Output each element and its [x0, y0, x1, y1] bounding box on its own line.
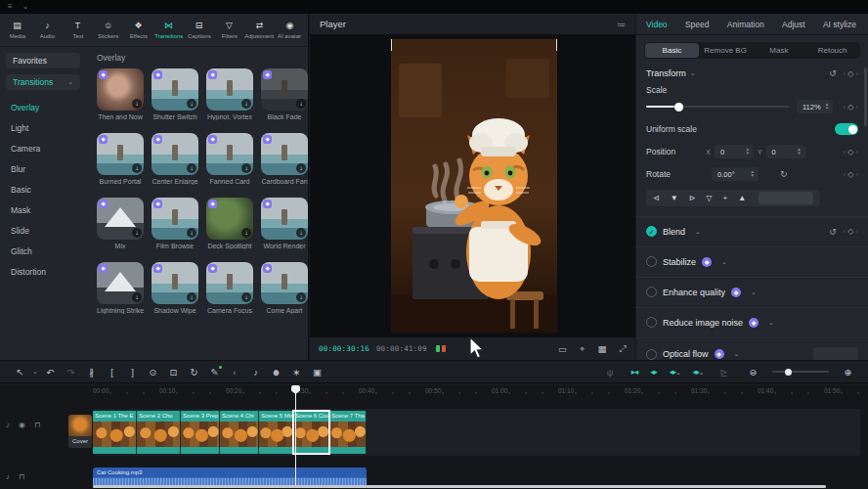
rotate-field[interactable]: 0.00° ▲▼ [712, 167, 759, 181]
menu-icon[interactable]: ≡ [8, 0, 13, 14]
transition-item[interactable]: ◆↓Camera Focus [206, 262, 253, 314]
horizontal-scrollbar[interactable] [93, 485, 826, 488]
split-icon[interactable]: ∦ [81, 367, 102, 378]
sidebar-item-slide[interactable]: Slide [0, 221, 86, 242]
checkbox-optical-flow[interactable] [646, 349, 657, 360]
rotate-clip-icon[interactable]: ↻ [184, 367, 204, 378]
transition-thumbnail[interactable]: ◆↓ [206, 133, 253, 175]
transition-item[interactable]: ◆↓Fanned Card [206, 133, 253, 185]
hide-track-icon[interactable]: ◉ [19, 421, 25, 429]
download-icon[interactable]: ↓ [132, 228, 142, 238]
download-icon[interactable]: ↓ [296, 163, 306, 173]
timeline-clip[interactable]: Scene 3 Prep [181, 411, 220, 454]
rotate-dial-icon[interactable]: ↻ [780, 169, 788, 179]
download-icon[interactable]: ↓ [241, 228, 251, 238]
transition-thumbnail[interactable]: ◆↓ [206, 262, 253, 304]
blend-keyframe-icon[interactable]: ‹ ◇ › [844, 227, 858, 236]
subtab-mask[interactable]: Mask [753, 43, 806, 58]
download-icon[interactable]: ↓ [132, 163, 142, 173]
mirror-icon[interactable]: ⊳ [689, 194, 696, 202]
undo-icon[interactable]: ↶ [40, 367, 61, 378]
download-icon[interactable]: ↓ [132, 292, 142, 302]
transition-item[interactable]: ◆↓Film Browse [152, 198, 198, 249]
ratio-icon[interactable]: ▭ [558, 343, 567, 355]
player-menu-icon[interactable]: ≔ [617, 20, 626, 29]
transition-thumbnail[interactable]: ◆↓ [152, 68, 198, 111]
download-icon[interactable]: ↓ [187, 163, 196, 173]
download-icon[interactable]: ↓ [241, 292, 251, 302]
download-icon[interactable]: ↓ [132, 99, 142, 109]
sidebar-item-camera[interactable]: Camera [0, 139, 86, 159]
sidebar-item-blur[interactable]: Blur [0, 159, 86, 180]
position-y-stepper[interactable]: ▲▼ [797, 148, 801, 156]
rotate-stepper[interactable]: ▲▼ [751, 170, 755, 178]
transition-thumbnail[interactable]: ◆↓ [97, 133, 144, 175]
transition-item[interactable]: ◆↓Burned Portal [97, 133, 144, 185]
link-clips-icon[interactable]: ◂▸ [648, 367, 659, 377]
favorites-button[interactable]: Favorites [6, 53, 80, 68]
tab-adjust[interactable]: Adjust [782, 20, 805, 29]
optical-flow-action-button[interactable] [813, 347, 858, 360]
position-y-field[interactable]: 0 ▲▼ [766, 145, 805, 158]
mute-track-icon[interactable]: ♪ [6, 421, 10, 429]
blend-checkbox[interactable]: ✓ [646, 226, 657, 237]
media-tab-text[interactable]: TText [63, 21, 93, 39]
zoom-out-icon[interactable]: ⊖ [743, 367, 763, 378]
media-tab-effects[interactable]: ❖Effects [123, 21, 153, 39]
transition-thumbnail[interactable]: ◆↓ [152, 262, 198, 304]
timeline-clip[interactable]: Scene 7 Tha [329, 411, 367, 454]
keyframe-pen-icon[interactable]: ✎ [204, 367, 225, 378]
position-x-stepper[interactable]: ▲▼ [745, 148, 749, 156]
sidebar-item-mask[interactable]: Mask [0, 200, 86, 221]
transition-item[interactable]: ◆↓Come Apart [261, 262, 308, 314]
record-screen-icon[interactable]: ▣ [307, 367, 327, 378]
subtab-retouch[interactable]: Retouch [805, 43, 859, 58]
preview-area[interactable] [310, 35, 635, 336]
transition-thumbnail[interactable]: ◆↓ [152, 133, 198, 175]
mute-audio-icon[interactable]: ♪ [6, 472, 10, 481]
transition-thumbnail[interactable]: ◆↓ [206, 198, 253, 240]
frame-handle-left[interactable] [391, 39, 392, 51]
scale-keyframe-icon[interactable]: ‹ ◇ › [844, 103, 858, 111]
media-tab-audio[interactable]: ♪Audio [32, 21, 63, 39]
transition-item[interactable]: ◆↓Mix [97, 198, 144, 249]
chevron-down-icon[interactable]: ⌄ [695, 228, 701, 236]
transition-thumbnail[interactable]: ◆↓ [261, 262, 308, 304]
flip-horizontal-icon[interactable]: ⊲ [653, 194, 660, 202]
reset-icon[interactable]: ↺ [829, 227, 837, 237]
mute-clip-icon[interactable]: ♪ [245, 367, 266, 378]
extract-person-icon[interactable]: ☻ [266, 367, 286, 378]
transition-thumbnail[interactable]: ◆↓ [261, 133, 308, 175]
timeline-clip[interactable]: Scene 6 Coo [293, 411, 329, 454]
smart-tools-icon[interactable]: ◂▸⌄ [690, 367, 705, 377]
tab-speed[interactable]: Speed [685, 20, 710, 29]
mask-icon[interactable]: ◐ [225, 367, 245, 378]
media-tab-ai-avatar[interactable]: ◉AI avatar [275, 21, 305, 39]
keyframe-icon[interactable]: ‹ ◇ › [844, 69, 858, 78]
timeline-clip[interactable]: Scene 5 Mix [259, 411, 293, 454]
sidebar-item-basic[interactable]: Basic [0, 180, 86, 200]
timeline[interactable]: 00:0000:1000:2000:3000:4000:5001:0001:10… [0, 385, 868, 489]
uniform-scale-toggle[interactable] [835, 123, 858, 135]
frame-handle-right[interactable] [556, 39, 557, 51]
transition-item[interactable]: ◆↓Shutter Switch [152, 68, 198, 120]
media-tab-stickers[interactable]: ☺Stickers [93, 21, 123, 39]
transitions-dropdown[interactable]: Transitions ⌄ [6, 74, 80, 90]
checkbox-stabilize[interactable] [646, 256, 657, 267]
transition-item[interactable]: ◆↓Cardboard Fan [261, 133, 308, 185]
grid-icon[interactable]: ▦ [597, 343, 606, 355]
transition-item[interactable]: ◆↓Lightning Strike [97, 262, 144, 314]
preview-window-icon[interactable]: ⊵ [714, 367, 734, 378]
download-icon[interactable]: ↓ [187, 228, 196, 238]
timeline-zoom-slider[interactable] [772, 371, 829, 373]
timeline-clip[interactable]: Scene 2 Cho [137, 411, 181, 454]
align-icon[interactable]: ▲ [738, 194, 746, 202]
video-frame[interactable] [391, 39, 557, 333]
trim-right-icon[interactable]: ] [122, 367, 143, 378]
download-icon[interactable]: ↓ [241, 99, 251, 109]
transition-item[interactable]: ◆↓Hypnot. Vortex [206, 68, 253, 120]
lock-audio-icon[interactable]: ⊓ [19, 472, 24, 481]
media-tab-captions[interactable]: ⊟Captions [184, 21, 214, 39]
position-x-field[interactable]: 0 ▲▼ [715, 145, 754, 158]
reset-icon[interactable]: ↺ [829, 68, 837, 78]
